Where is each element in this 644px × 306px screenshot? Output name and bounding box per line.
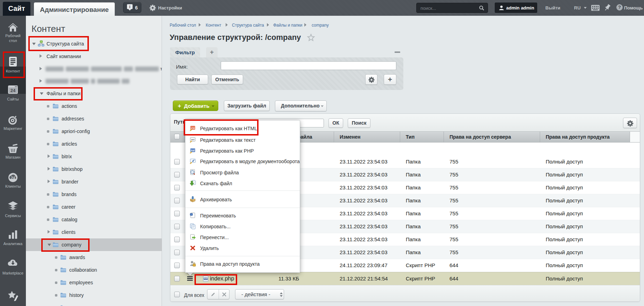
svg-text:PHP: PHP — [191, 149, 195, 152]
svg-text:24: 24 — [10, 88, 16, 93]
svg-text:TXT: TXT — [191, 139, 194, 141]
svg-text:24: 24 — [11, 176, 15, 180]
